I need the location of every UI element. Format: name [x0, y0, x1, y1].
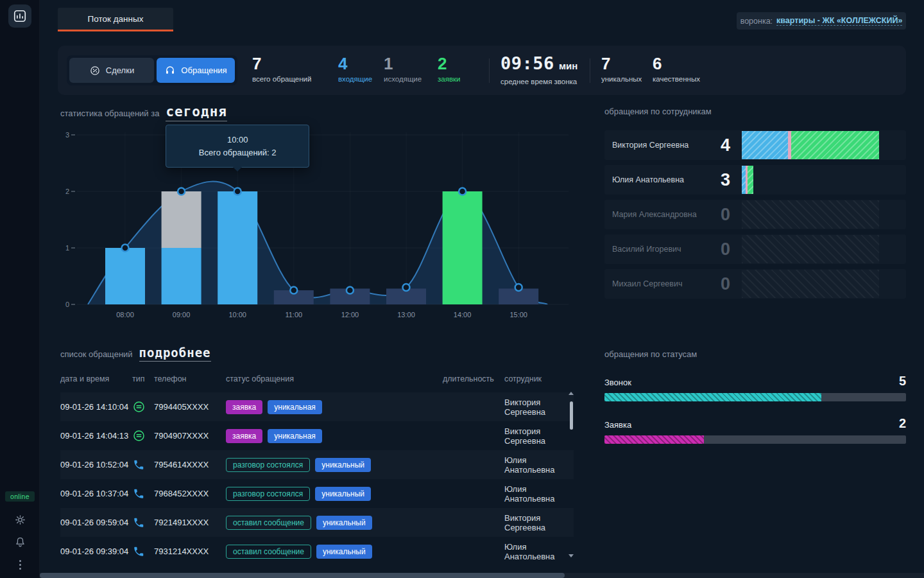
stat-total-appeals: 7всего обращений — [252, 54, 311, 83]
app-root: online Поток данных воронка: квартиры - … — [0, 0, 924, 578]
employee-bar-segment — [742, 131, 788, 159]
col-status: статус обращения — [226, 374, 443, 383]
appeals-toggle-label: Обращения — [181, 66, 227, 75]
status-badge: уникальная — [268, 429, 322, 443]
status-label: Звонок — [604, 378, 631, 387]
cell-badges: заявкауникальная — [226, 429, 443, 443]
employee-count: 0 — [707, 240, 730, 259]
details-link[interactable]: подробнее — [139, 346, 211, 362]
chart-tooltip: 10:00 Всего обращений: 2 — [166, 125, 309, 168]
employee-row: Виктория Сергеевна 4 — [604, 130, 906, 160]
employees-panel-title: обращения по сотрудникам — [604, 107, 906, 116]
employee-count: 0 — [707, 274, 730, 294]
funnel-value[interactable]: квартиры - ЖК «КОЛЛЕЖСКИЙ» — [776, 16, 902, 26]
employee-row: Мария Александровна 0 — [604, 200, 906, 229]
status-bar-lead — [604, 435, 906, 444]
appeals-toggle-button[interactable]: Обращения — [157, 58, 235, 83]
table-scrollbar[interactable] — [567, 392, 575, 557]
period-selector[interactable]: сегодня — [166, 104, 227, 121]
online-status-badge: online — [5, 491, 35, 502]
mode-toggle: Сделки Обращения — [67, 55, 237, 85]
svg-text:1: 1 — [65, 244, 69, 252]
employee-name: Юлия Анатольевна — [612, 175, 707, 184]
svg-text:3: 3 — [65, 131, 69, 139]
status-bar-lead-fill — [604, 435, 704, 444]
employee-name: Виктория Сергеевна — [612, 141, 707, 150]
stats-divider — [590, 58, 590, 83]
cell-phone: 7921491XXXX — [154, 518, 226, 527]
svg-text:11:00: 11:00 — [285, 311, 302, 319]
status-bar-call — [604, 393, 906, 401]
scroll-up-icon[interactable] — [569, 392, 574, 395]
tab-data-flow-label: Поток данных — [88, 14, 144, 24]
cell-phone: 7931214XXXX — [154, 547, 226, 556]
scroll-down-icon[interactable] — [569, 554, 574, 557]
cell-badges: разговор состоялсяуникальный — [226, 487, 443, 501]
cell-employee: Юлия Анатольевна — [504, 542, 574, 561]
svg-text:2: 2 — [65, 188, 69, 195]
cell-phone: 7904907XXXX — [154, 431, 226, 441]
cell-datetime: 09-01-26 09:59:04 — [60, 518, 132, 527]
headset-icon — [164, 65, 176, 76]
table-row[interactable]: 09-01-26 10:37:04 7968452XXXX разговор с… — [60, 479, 574, 508]
employee-bar — [742, 270, 879, 298]
status-badge: разговор состоялся — [226, 458, 310, 472]
employee-bar-segment — [748, 166, 753, 194]
svg-text:10:00: 10:00 — [228, 311, 246, 319]
employee-bar — [742, 200, 879, 229]
status-badge: уникальный — [315, 458, 371, 472]
svg-text:08:00: 08:00 — [116, 311, 134, 319]
sidebar: online — [0, 0, 40, 578]
sidebar-bottom-cluster: online — [0, 491, 40, 572]
employee-count: 3 — [707, 170, 730, 190]
notifications-bell-icon[interactable] — [13, 535, 27, 549]
deals-toggle-label: Сделки — [106, 66, 134, 75]
col-phone: телефон — [154, 374, 226, 383]
phone-icon — [132, 459, 154, 471]
cell-phone: 7954614XXXX — [154, 460, 226, 469]
svg-text:12:00: 12:00 — [341, 311, 359, 319]
appeals-list: список обращений подробнее дата и время … — [60, 346, 574, 566]
table-row[interactable]: 09-01-26 14:10:04 7994405XXXX заявкауник… — [60, 392, 574, 421]
col-type: тип — [132, 374, 154, 383]
stats-bar: Сделки Обращения 7всего обращений 4входя… — [58, 46, 906, 95]
table-row[interactable]: 09-01-26 14:04:13 7904907XXXX заявкауник… — [60, 421, 574, 450]
cell-badges: заявкауникальная — [226, 400, 443, 414]
cell-phone: 7968452XXXX — [154, 489, 226, 498]
svg-text:13:00: 13:00 — [397, 311, 415, 319]
cell-phone: 7994405XXXX — [154, 402, 226, 412]
svg-text:09:00: 09:00 — [173, 311, 191, 319]
employee-count: 0 — [707, 205, 730, 225]
settings-gear-icon[interactable] — [13, 512, 27, 527]
cell-employee: Виктория Сергеевна — [504, 513, 574, 532]
col-datetime: дата и время — [60, 374, 132, 383]
tab-data-flow[interactable]: Поток данных — [58, 8, 173, 31]
status-badge: заявка — [226, 429, 262, 443]
analytics-app-icon[interactable] — [8, 4, 31, 28]
phone-icon — [132, 487, 154, 500]
employees-panel: обращения по сотрудникам Виктория Сергее… — [604, 107, 906, 304]
table-row[interactable]: 09-01-26 09:59:04 7921491XXXX оставил со… — [60, 508, 574, 537]
employee-name: Василий Игоревич — [612, 245, 707, 254]
stat-quality: 6качественных — [653, 54, 700, 83]
stat-leads: 2заявки — [438, 54, 460, 83]
status-value: 2 — [899, 417, 906, 430]
more-menu-icon[interactable] — [13, 557, 27, 572]
table-row[interactable]: 09-01-26 09:39:04 7931214XXXX оставил со… — [60, 537, 574, 566]
table-scrollbar-thumb[interactable] — [570, 401, 573, 430]
cell-datetime: 09-01-26 09:39:04 — [60, 547, 132, 556]
status-badge: оставил сообщение — [226, 516, 311, 530]
status-badge: уникальная — [268, 400, 322, 414]
funnel-selector[interactable]: воронка: квартиры - ЖК «КОЛЛЕЖСКИЙ» — [737, 12, 906, 30]
statuses-panel-title: обращения по статусам — [604, 349, 906, 359]
chart-tile-icon — [13, 9, 27, 23]
status-badge: оставил сообщение — [226, 545, 311, 559]
stat-incoming: 4входящие — [338, 54, 372, 83]
employee-count: 4 — [707, 136, 730, 155]
phone-icon — [132, 516, 154, 529]
deals-toggle-button[interactable]: Сделки — [69, 58, 154, 83]
horizontal-scrollbar[interactable] — [40, 573, 924, 578]
table-row[interactable]: 09-01-26 10:52:04 7954614XXXX разговор с… — [60, 450, 574, 479]
horizontal-scrollbar-thumb[interactable] — [40, 573, 565, 578]
stats-divider — [489, 58, 490, 83]
